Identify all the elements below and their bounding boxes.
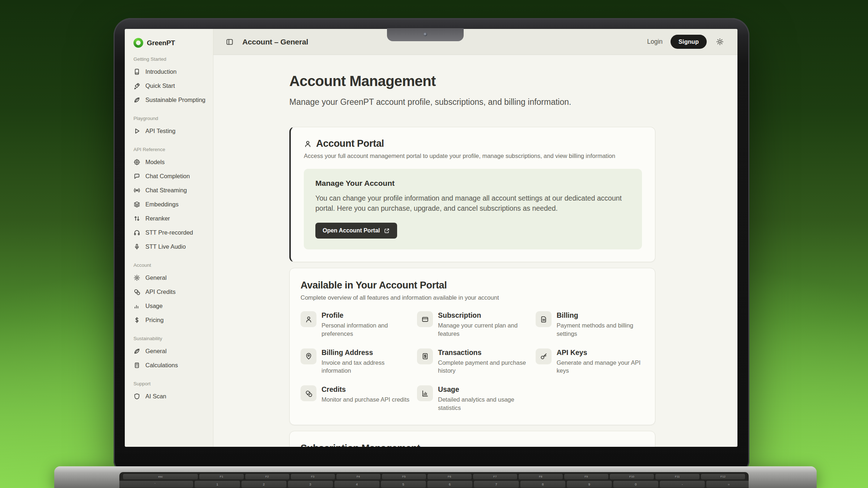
keyboard-key: = — [706, 481, 749, 488]
user-icon — [301, 311, 316, 327]
manage-account-body: You can change your profile information … — [315, 193, 630, 213]
features-grid: ProfilePersonal information and preferen… — [301, 311, 644, 412]
rocket-icon — [133, 82, 140, 89]
keyboard-key: 4 — [334, 481, 379, 488]
sidebar-toggle-icon[interactable] — [226, 38, 234, 46]
signup-button[interactable]: Signup — [671, 35, 707, 49]
sidebar-section-sustainability: SustainabilityGeneralCalculations — [133, 336, 209, 372]
open-account-portal-label: Open Account Portal — [323, 227, 380, 234]
sidebar-item-general[interactable]: General — [133, 271, 209, 285]
sidebar-item-general[interactable]: General — [133, 344, 209, 358]
mic-icon — [133, 243, 140, 250]
receipt-icon — [417, 348, 433, 364]
logo-text: GreenPT — [147, 39, 175, 47]
sidebar-item-chat-streaming[interactable]: Chat Streaming — [133, 183, 209, 197]
feature-title: API Keys — [557, 348, 644, 357]
sidebar-item-label: Models — [145, 159, 165, 166]
sort-icon — [133, 215, 140, 222]
sidebar-item-api-testing[interactable]: API Testing — [133, 124, 209, 138]
feature-item-api-keys: API KeysGenerate and manage your API key… — [536, 348, 644, 375]
manage-account-box: Manage Your Account You can change your … — [304, 169, 642, 249]
feature-text: Billing AddressInvoice and tax address i… — [322, 348, 413, 375]
sidebar-item-calculations[interactable]: Calculations — [133, 358, 209, 372]
keyboard-key: - — [660, 481, 705, 488]
keyboard-key: ` — [119, 481, 193, 488]
shield-icon — [133, 393, 140, 400]
chip-icon — [133, 159, 140, 166]
feature-title: Credits — [322, 385, 409, 394]
card-icon — [417, 311, 433, 327]
features-card-subtitle: Complete overview of all features and in… — [301, 294, 644, 301]
sidebar-section-playground: PlaygroundAPI Testing — [133, 116, 209, 138]
feature-item-usage: UsageDetailed analytics and usage statis… — [417, 385, 536, 412]
sidebar-item-label: General — [145, 274, 167, 281]
keyboard-row: escF1F2F3F4F5F6F7F8F9F10F11F12 — [123, 474, 745, 479]
sidebar-item-api-credits[interactable]: API Credits — [133, 285, 209, 299]
sidebar-item-label: Introduction — [145, 68, 176, 75]
feature-desc: Invoice and tax address information — [322, 359, 413, 375]
sidebar-item-embeddings[interactable]: Embeddings — [133, 197, 209, 211]
keyboard-row: `1234567890-= — [119, 481, 749, 488]
sidebar-item-models[interactable]: Models — [133, 155, 209, 169]
sidebar-item-reranker[interactable]: Reranker — [133, 211, 209, 226]
features-card: Available in Your Account Portal Complet… — [289, 268, 655, 425]
login-link[interactable]: Login — [647, 38, 663, 46]
sidebar-item-label: Pricing — [145, 317, 163, 324]
laptop-keyboard: escF1F2F3F4F5F6F7F8F9F10F11F12`123456789… — [119, 472, 749, 488]
sidebar-section-label: Account — [133, 262, 209, 268]
layers-icon — [133, 201, 140, 208]
feature-desc: Detailed analytics and usage statistics — [438, 395, 529, 412]
sidebar-item-quick-start[interactable]: Quick Start — [133, 79, 209, 93]
feature-title: Profile — [322, 311, 413, 320]
open-account-portal-button[interactable]: Open Account Portal — [315, 223, 397, 239]
sidebar-section-label: Support — [133, 381, 209, 386]
keyboard-key: F3 — [291, 474, 335, 479]
sidebar-item-ai-scan[interactable]: AI Scan — [133, 389, 209, 403]
dollar-icon — [133, 317, 140, 324]
sidebar-item-label: Usage — [145, 303, 163, 309]
sidebar-item-stt-pre-recorded[interactable]: STT Pre-recorded — [133, 226, 209, 240]
sidebar: GreenPT Getting StartedIntroductionQuick… — [125, 29, 213, 447]
sidebar-section-support: SupportAI Scan — [133, 381, 209, 403]
keyboard-key: 2 — [241, 481, 286, 488]
sidebar-item-label: API Credits — [145, 288, 175, 295]
sidebar-item-chat-completion[interactable]: Chat Completion — [133, 169, 209, 183]
sidebar-item-sustainable-prompting[interactable]: Sustainable Prompting — [133, 93, 209, 107]
keyboard-key: F10 — [610, 474, 654, 479]
greenpt-logo-icon — [133, 38, 143, 48]
page-subtitle: Manage your GreenPT account profile, sub… — [289, 97, 655, 107]
feature-title: Billing — [557, 311, 644, 320]
sidebar-item-label: General — [145, 348, 167, 355]
sidebar-section-api-reference: API ReferenceModelsChat CompletionChat S… — [133, 147, 209, 254]
sidebar-item-stt-live-audio[interactable]: STT Live Audio — [133, 240, 209, 254]
chart-icon — [417, 385, 433, 401]
manage-account-title: Manage Your Account — [315, 179, 630, 188]
feature-title: Usage — [438, 385, 529, 394]
keyboard-key: 5 — [381, 481, 426, 488]
feature-desc: Manage your current plan and features — [438, 321, 529, 338]
account-portal-title: Account Portal — [316, 138, 384, 149]
leaf-icon — [133, 97, 140, 103]
keyboard-key: 8 — [520, 481, 565, 488]
sidebar-item-label: AI Scan — [145, 393, 166, 400]
feature-item-profile: ProfilePersonal information and preferen… — [301, 311, 417, 338]
sidebar-item-usage[interactable]: Usage — [133, 299, 209, 313]
laptop-screen: GreenPT Getting StartedIntroductionQuick… — [125, 29, 737, 447]
keyboard-key: F9 — [564, 474, 608, 479]
feature-text: SubscriptionManage your current plan and… — [438, 311, 529, 338]
sidebar-item-pricing[interactable]: Pricing — [133, 313, 209, 327]
main-column: Account – General Login Signup Account M… — [213, 29, 737, 447]
feature-item-billing: BillingPayment methods and billing setti… — [536, 311, 644, 338]
sidebar-item-introduction[interactable]: Introduction — [133, 65, 209, 79]
content-container: Account Management Manage your GreenPT a… — [289, 73, 655, 447]
sidebar-section-label: API Reference — [133, 147, 209, 152]
headphones-icon — [133, 229, 140, 236]
sidebar-item-label: Reranker — [145, 215, 170, 222]
app-header: Account – General Login Signup — [213, 29, 737, 55]
feature-text: ProfilePersonal information and preferen… — [322, 311, 413, 338]
feature-desc: Generate and manage your API keys — [557, 359, 644, 375]
theme-toggle-sun-icon[interactable] — [716, 38, 724, 46]
gear-icon — [133, 274, 140, 281]
feature-item-credits: CreditsMonitor and purchase API credits — [301, 385, 417, 412]
feature-text: BillingPayment methods and billing setti… — [557, 311, 644, 338]
